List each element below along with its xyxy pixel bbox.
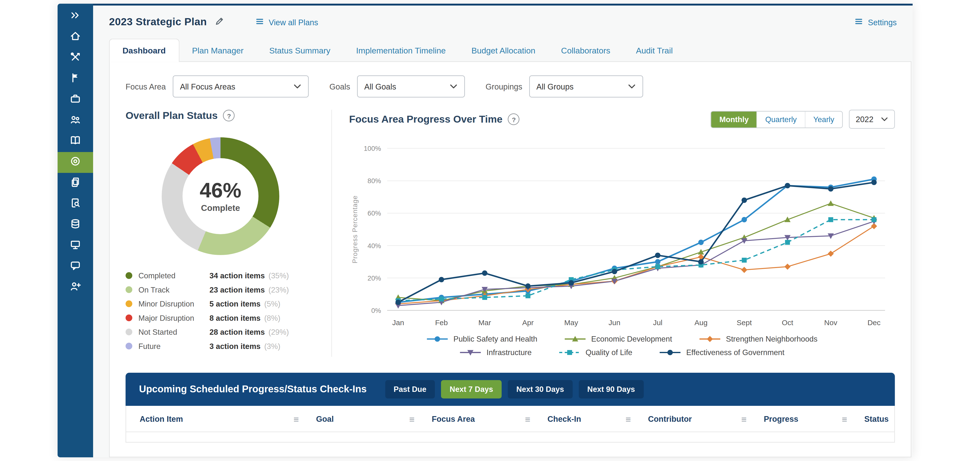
- tab-plan-manager[interactable]: Plan Manager: [179, 39, 256, 62]
- home-icon: [69, 30, 81, 45]
- progress-chart-legend: Public Safety and HealthEconomic Develop…: [349, 335, 895, 357]
- screen: 2023 Strategic Plan View all Plans Setti…: [0, 0, 980, 461]
- dashboard-panel: Focus Area All Focus Areas Goals All Goa…: [109, 61, 912, 457]
- chart-controls: Monthly Quarterly Yearly 2022: [711, 110, 895, 129]
- settings-button[interactable]: Settings: [854, 17, 897, 27]
- chart-legend-item[interactable]: Infrastructure: [460, 348, 531, 357]
- sidebar-item-expand[interactable]: [57, 6, 93, 27]
- presentation-icon: [69, 239, 81, 253]
- progress-line-chart: 0%20%40%60%80%100%Progress PercentageJan…: [349, 130, 895, 334]
- team-icon: [69, 113, 81, 128]
- next-90-days-button[interactable]: Next 90 Days: [579, 380, 644, 399]
- chart-legend-item[interactable]: Effectiveness of Government: [659, 348, 784, 357]
- column-menu-icon[interactable]: [294, 415, 299, 424]
- document-search-icon: [69, 197, 81, 212]
- legend-item: Major Disruption 8 action items (8%): [126, 311, 315, 325]
- settings-icon: [854, 17, 863, 27]
- add-user-icon: [69, 280, 81, 295]
- focus-area-filter-label: Focus Area: [126, 82, 166, 91]
- column-focus-area: Focus Area: [423, 415, 539, 424]
- past-due-button[interactable]: Past Due: [385, 380, 435, 399]
- chart-legend-item[interactable]: Strengthen Neighborhoods: [699, 335, 818, 343]
- quarterly-button[interactable]: Quarterly: [757, 111, 805, 127]
- chart-legend-item[interactable]: Quality of Life: [558, 348, 632, 357]
- groupings-select[interactable]: All Groups: [529, 75, 643, 97]
- yearly-button[interactable]: Yearly: [805, 111, 842, 127]
- briefcase-icon: [69, 93, 81, 107]
- monthly-button[interactable]: Monthly: [711, 111, 757, 127]
- goals-select[interactable]: All Goals: [357, 75, 465, 97]
- column-status: Status: [856, 415, 912, 424]
- sidebar-item-briefcase[interactable]: [57, 89, 93, 110]
- legend-swatch: [126, 272, 132, 279]
- next-30-days-button[interactable]: Next 30 Days: [508, 380, 573, 399]
- period-toggle: Monthly Quarterly Yearly: [711, 111, 843, 128]
- column-menu-icon[interactable]: [625, 415, 631, 424]
- sidebar-item-home[interactable]: [57, 27, 93, 48]
- sidebar-item-add-user[interactable]: [57, 277, 93, 298]
- column-check-in: Check-In: [539, 415, 640, 424]
- next-7-days-button[interactable]: Next 7 Days: [441, 380, 501, 399]
- focus-area-select-value: All Focus Areas: [180, 82, 235, 91]
- help-icon[interactable]: [508, 113, 520, 125]
- column-menu-icon[interactable]: [842, 415, 847, 424]
- legend-swatch: [126, 286, 132, 293]
- column-menu-icon[interactable]: [409, 415, 415, 424]
- legend-swatch: [126, 329, 132, 335]
- donut-center: 46% Complete: [183, 158, 258, 234]
- flag-icon: [69, 72, 81, 86]
- year-select[interactable]: 2022: [849, 110, 895, 129]
- sidebar-item-library[interactable]: [57, 131, 93, 152]
- svg-text:20%: 20%: [368, 274, 381, 282]
- sidebar-item-dashboard[interactable]: [57, 152, 93, 173]
- legend-item: Minor Disruption 5 action items (5%): [126, 297, 315, 311]
- sidebar-item-documents[interactable]: [57, 173, 93, 194]
- svg-text:Aug: Aug: [694, 319, 707, 327]
- view-all-plans-button[interactable]: View all Plans: [255, 17, 318, 27]
- sidebar-item-flag[interactable]: [57, 69, 93, 89]
- checkins-section: Upcoming Scheduled Progress/Status Check…: [126, 373, 895, 443]
- tab-budget-allocation[interactable]: Budget Allocation: [459, 39, 548, 62]
- column-menu-icon[interactable]: [525, 415, 530, 424]
- help-icon[interactable]: [223, 110, 235, 121]
- tab-audit-trail[interactable]: Audit Trail: [623, 39, 686, 62]
- svg-text:Apr: Apr: [522, 319, 534, 327]
- page-header: 2023 Strategic Plan View all Plans Setti…: [93, 6, 913, 39]
- checkins-table-body: [126, 432, 895, 443]
- main-area: 2023 Strategic Plan View all Plans Setti…: [93, 4, 913, 457]
- donut-center-value: 46%: [200, 180, 241, 201]
- tab-status-summary[interactable]: Status Summary: [256, 39, 343, 62]
- legend-item: Not Started 28 action items (29%): [126, 325, 315, 339]
- svg-text:60%: 60%: [368, 209, 381, 217]
- svg-text:Feb: Feb: [435, 319, 448, 327]
- sidebar-item-team[interactable]: [57, 110, 93, 131]
- progress-chart-section: Focus Area Progress Over Time Monthly Qu…: [332, 110, 895, 357]
- sidebar: [57, 4, 93, 457]
- sidebar-item-chat[interactable]: [57, 256, 93, 277]
- sidebar-item-database[interactable]: [57, 215, 93, 235]
- focus-area-select[interactable]: All Focus Areas: [172, 75, 309, 97]
- column-menu-icon[interactable]: [741, 415, 746, 424]
- tab-dashboard[interactable]: Dashboard: [109, 39, 179, 62]
- svg-text:Jul: Jul: [653, 319, 662, 327]
- tab-bar: Dashboard Plan Manager Status Summary Im…: [93, 39, 913, 62]
- checkins-banner: Upcoming Scheduled Progress/Status Check…: [126, 373, 895, 406]
- tab-implementation-timeline[interactable]: Implementation Timeline: [343, 39, 459, 62]
- progress-chart-title: Focus Area Progress Over Time: [349, 113, 503, 125]
- pencil-icon: [214, 16, 223, 28]
- tab-collaborators[interactable]: Collaborators: [548, 39, 623, 62]
- target-icon: [69, 155, 81, 170]
- sidebar-item-document-search[interactable]: [57, 194, 93, 215]
- groupings-filter-label: Groupings: [485, 82, 522, 91]
- year-select-value: 2022: [856, 115, 873, 124]
- edit-plan-button[interactable]: [214, 16, 223, 28]
- documents-icon: [69, 176, 81, 191]
- sidebar-item-tools[interactable]: [57, 48, 93, 69]
- chart-legend-item[interactable]: Economic Development: [564, 335, 672, 343]
- svg-text:Oct: Oct: [782, 319, 793, 327]
- goals-select-value: All Goals: [364, 82, 396, 91]
- chat-icon: [69, 260, 81, 274]
- svg-text:40%: 40%: [368, 242, 381, 250]
- sidebar-item-presentation[interactable]: [57, 235, 93, 256]
- chart-legend-item[interactable]: Public Safety and Health: [426, 335, 537, 343]
